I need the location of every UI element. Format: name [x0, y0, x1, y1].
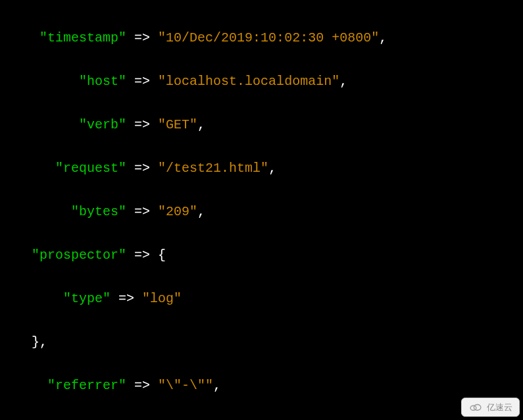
watermark-badge: 亿速云 — [461, 398, 520, 417]
log-value-bytes: "209" — [158, 204, 197, 219]
code-line: "host" => "localhost.localdomain", — [0, 70, 523, 92]
log-key-host: "host" — [79, 74, 126, 89]
code-output: "timestamp" => "10/Dec/2019:10:02:30 +08… — [0, 0, 523, 420]
code-line: "type" => "log" — [0, 288, 523, 309]
comma: , — [379, 30, 387, 45]
close-brace: } — [32, 334, 39, 350]
arrow-operator: => — [134, 74, 150, 89]
log-key-prospector: "prospector" — [32, 248, 126, 263]
arrow-operator: => — [134, 117, 150, 132]
log-value-timestamp: "10/Dec/2019:10:02:30 +0800" — [158, 30, 379, 45]
log-key-bytes: "bytes" — [71, 204, 126, 219]
comma: , — [339, 74, 347, 89]
arrow-operator: => — [134, 161, 150, 176]
arrow-operator: => — [134, 30, 150, 45]
log-value-host: "localhost.localdomain" — [158, 74, 339, 89]
code-line: "prospector" => { — [0, 244, 523, 266]
log-value-verb: "GET" — [158, 117, 197, 132]
comma: , — [213, 378, 221, 393]
arrow-operator: => — [118, 291, 134, 306]
log-value-referrer: "\"-\"" — [158, 378, 213, 393]
code-line: }, — [0, 331, 523, 353]
arrow-operator: => — [134, 248, 150, 263]
arrow-operator: => — [134, 378, 150, 393]
watermark-text: 亿速云 — [487, 400, 512, 414]
log-value-type: "log" — [142, 291, 182, 306]
log-key-verb: "verb" — [79, 117, 126, 132]
comma: , — [39, 334, 47, 350]
comma: , — [197, 117, 205, 132]
log-key-request: "request" — [55, 161, 126, 176]
log-key-timestamp: "timestamp" — [39, 30, 126, 45]
log-key-type: "type" — [63, 291, 111, 306]
comma: , — [268, 161, 276, 176]
code-line: "referrer" => "\"-\"", — [0, 375, 523, 396]
code-line: "timestamp" => "10/Dec/2019:10:02:30 +08… — [0, 27, 523, 49]
open-brace: { — [158, 248, 166, 263]
comma: , — [197, 204, 205, 219]
code-line: "request" => "/test21.html", — [0, 157, 523, 179]
code-line: "bytes" => "209", — [0, 201, 523, 223]
log-value-request: "/test21.html" — [158, 161, 268, 176]
svg-point-1 — [474, 405, 481, 411]
cloud-icon — [468, 402, 483, 411]
code-line: "verb" => "GET", — [0, 114, 523, 136]
arrow-operator: => — [134, 204, 150, 219]
log-key-referrer: "referrer" — [47, 378, 126, 393]
